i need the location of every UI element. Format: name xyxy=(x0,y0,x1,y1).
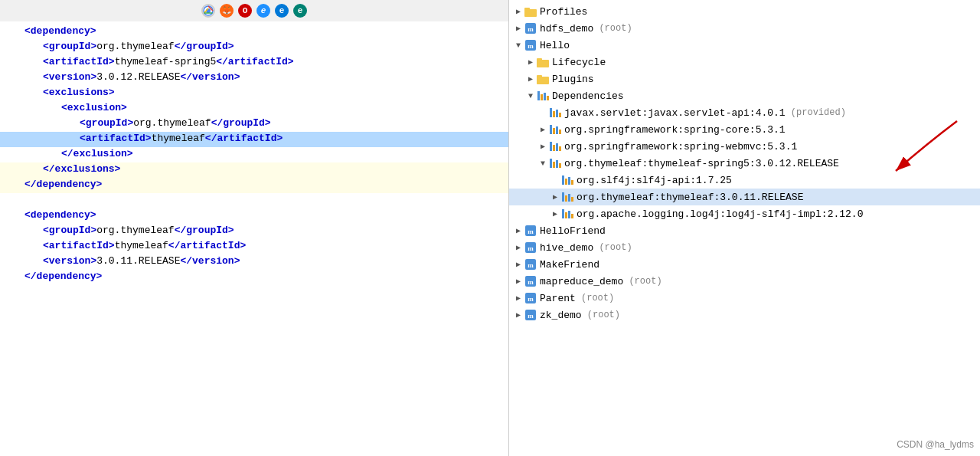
expand-arrow[interactable] xyxy=(524,90,537,102)
lifecycle-label: Lifecycle xyxy=(552,57,606,68)
svg-text:m: m xyxy=(528,261,534,269)
tree-item-slf4j[interactable]: org.slf4j:slf4j-api:1.7.25 xyxy=(509,172,980,189)
firefox-icon[interactable]: 🦊 xyxy=(220,4,234,18)
browser-tabs: 🦊 O e e e xyxy=(0,0,508,21)
hive-demo-root: (root) xyxy=(593,242,632,253)
expand-arrow[interactable] xyxy=(512,22,524,34)
tree-item-hive-demo[interactable]: m hive_demo (root) xyxy=(509,239,980,256)
tree-item-mapreduce-demo[interactable]: m mapreduce_demo (root) xyxy=(509,273,980,290)
dep-label: org.thymeleaf:thymeleaf:3.0.11.RELEASE xyxy=(577,192,803,203)
tree-item-makefriend[interactable]: m MakeFriend xyxy=(509,256,980,273)
project-icon: m xyxy=(524,241,537,254)
expand-arrow[interactable] xyxy=(512,225,524,237)
svg-rect-3 xyxy=(524,8,530,11)
expand-arrow[interactable] xyxy=(512,275,524,287)
tree-item-spring-webmvc[interactable]: org.springframework:spring-webmvc:5.3.1 xyxy=(509,138,980,155)
expand-arrow[interactable] xyxy=(512,309,524,321)
project-tree[interactable]: Profiles m hdfs_demo (root) m xyxy=(509,0,980,456)
tree-item-thymeleaf-3011[interactable]: org.thymeleaf:thymeleaf:3.0.11.RELEASE xyxy=(509,189,980,205)
dep-label: javax.servlet:javax.servlet-api:4.0.1 xyxy=(564,107,786,119)
xml-tag: <version> xyxy=(43,71,96,83)
expand-arrow[interactable] xyxy=(512,258,524,271)
dep-label: org.springframework:spring-core:5.3.1 xyxy=(564,124,786,136)
svg-text:m: m xyxy=(528,244,534,252)
dependencies-label: Dependencies xyxy=(552,90,624,102)
xml-text: org.thymeleaf xyxy=(96,41,174,52)
tree-item-hellofriend[interactable]: m HelloFriend xyxy=(509,222,980,239)
chrome-icon[interactable] xyxy=(201,4,215,18)
xml-tag: </dependency> xyxy=(24,179,102,190)
folder-icon xyxy=(524,5,537,18)
watermark: CSDN @ha_lydms xyxy=(897,439,974,450)
project-icon: m xyxy=(524,225,537,237)
folder-icon xyxy=(537,56,549,68)
project-tree-panel: Profiles m hdfs_demo (root) m xyxy=(509,0,980,456)
xml-tag: </exclusion> xyxy=(61,148,133,159)
code-line: <dependency> xyxy=(0,208,508,224)
expand-arrow[interactable] xyxy=(512,292,524,304)
code-line: <groupId>org.thymeleaf</groupId> xyxy=(0,116,508,132)
dep-label: org.apache.logging.log4j:log4j-slf4j-imp… xyxy=(577,208,863,220)
project-icon: m xyxy=(524,258,537,271)
tree-item-lifecycle[interactable]: Lifecycle xyxy=(509,54,980,71)
xml-text: 3.0.11.RELEASE xyxy=(96,255,180,267)
xml-tag: </exclusions> xyxy=(43,163,120,175)
svg-text:m: m xyxy=(528,25,534,33)
tree-item-log4j[interactable]: org.apache.logging.log4j:log4j-slf4j-imp… xyxy=(509,205,980,222)
svg-text:m: m xyxy=(528,295,534,303)
edge2-icon[interactable]: e xyxy=(293,4,307,18)
xml-tag: <groupId> xyxy=(43,225,96,236)
dep-label: org.springframework:spring-webmvc:5.3.1 xyxy=(564,141,797,153)
xml-tag: <dependency> xyxy=(24,25,96,37)
dep-icon xyxy=(549,107,561,119)
expand-arrow[interactable] xyxy=(524,73,537,85)
expand-arrow[interactable] xyxy=(537,123,549,136)
xml-tag: <artifactId> xyxy=(80,133,152,144)
tree-item-hello[interactable]: m Hello xyxy=(509,37,980,54)
tree-item-spring-core[interactable]: org.springframework:spring-core:5.3.1 xyxy=(509,121,980,138)
tree-item-javax-servlet[interactable]: javax.servlet:javax.servlet-api:4.0.1 (p… xyxy=(509,104,980,121)
tree-item-dependencies[interactable]: Dependencies xyxy=(509,87,980,104)
tree-item-plugins[interactable]: Plugins xyxy=(509,71,980,87)
expand-arrow[interactable] xyxy=(512,5,524,18)
dep-icon xyxy=(549,123,561,136)
xml-tag: <exclusions> xyxy=(43,87,115,98)
xml-tag: <dependency> xyxy=(24,209,96,221)
code-line: </exclusion> xyxy=(0,147,508,162)
project-icon: m xyxy=(524,39,537,51)
dep-icon xyxy=(561,191,573,203)
hellofriend-label: HelloFriend xyxy=(540,225,606,237)
code-line-selected: <artifactId>thymeleaf</artifactId> xyxy=(0,132,508,147)
expand-arrow[interactable] xyxy=(549,208,561,220)
xml-tag: <groupId> xyxy=(80,117,133,129)
tree-item-profiles[interactable]: Profiles xyxy=(509,3,980,20)
expand-arrow[interactable] xyxy=(549,191,561,203)
tree-item-zk-demo[interactable]: m zk_demo (root) xyxy=(509,307,980,323)
xml-tag: <exclusion> xyxy=(61,102,127,113)
tree-item-hdfs-demo[interactable]: m hdfs_demo (root) xyxy=(509,20,980,37)
code-line: <version>3.0.12.RELEASE</version> xyxy=(0,71,508,86)
ie-icon[interactable]: e xyxy=(256,4,270,18)
project-icon: m xyxy=(524,275,537,287)
code-line: </dependency> xyxy=(0,270,508,285)
tree-item-parent[interactable]: m Parent (root) xyxy=(509,290,980,307)
opera-icon[interactable]: O xyxy=(238,4,252,18)
code-content: <dependency> <groupId>org.thymeleaf</gro… xyxy=(0,21,508,456)
code-line: <groupId>org.thymeleaf</groupId> xyxy=(0,40,508,55)
code-line: </dependency> xyxy=(0,178,508,193)
xml-tag: </artifactId> xyxy=(168,240,246,251)
edge-icon[interactable]: e xyxy=(275,4,289,18)
expand-arrow[interactable] xyxy=(512,241,524,254)
expand-arrow[interactable] xyxy=(537,140,549,153)
svg-rect-9 xyxy=(537,58,542,61)
tree-item-thymeleaf-spring5[interactable]: org.thymeleaf:thymeleaf-spring5:3.0.12.R… xyxy=(509,155,980,172)
svg-text:m: m xyxy=(528,42,534,50)
hdfs-demo-label: hdfs_demo xyxy=(540,23,593,34)
dependencies-icon xyxy=(537,90,549,102)
xml-tag: </version> xyxy=(180,255,240,267)
expand-arrow[interactable] xyxy=(524,56,537,68)
code-line: <groupId>org.thymeleaf</groupId> xyxy=(0,224,508,239)
code-line: <version>3.0.11.RELEASE</version> xyxy=(0,254,508,270)
expand-arrow[interactable] xyxy=(512,39,524,51)
expand-arrow[interactable] xyxy=(537,157,549,169)
